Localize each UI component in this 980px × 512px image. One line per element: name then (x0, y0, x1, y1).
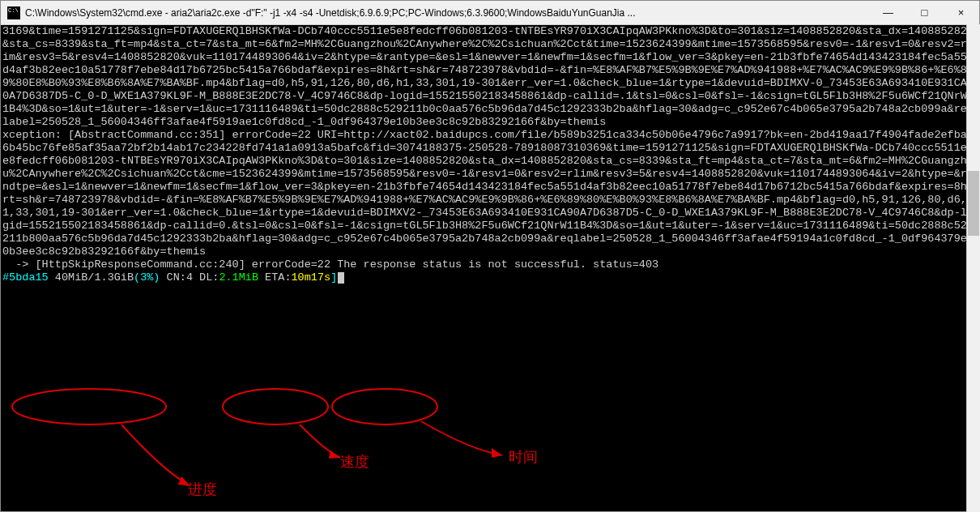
eta-label: ETA: (258, 271, 292, 284)
console-output: 3169&time=1591271125&sign=FDTAXUGERQlBHS… (2, 25, 978, 271)
annotation-time-label: 时间 (509, 447, 538, 467)
bracket-close: ] (330, 271, 337, 284)
annotation-progress-label: 进度 (188, 480, 217, 499)
vertical-scrollbar[interactable] (966, 24, 980, 512)
eta-value: 10m17s (292, 271, 331, 284)
maximize-button[interactable]: □ (906, 1, 943, 24)
progress-text: 40MiB/1.3GiB (55, 271, 134, 284)
annotation-speed-label: 速度 (340, 452, 369, 471)
cn-value: 4 (186, 271, 193, 284)
console-area[interactable]: 3169&time=1591271125&sign=FDTAXUGERQlBHS… (1, 25, 979, 511)
progress-percent: 3% (140, 271, 153, 284)
dl-label: DL: (193, 271, 219, 284)
scrollbar-thumb[interactable] (968, 171, 979, 236)
download-speed: 2.1MiB (219, 271, 258, 284)
cursor (338, 272, 344, 284)
cmd-icon (7, 6, 20, 19)
pct-open: ( (134, 271, 140, 284)
titlebar[interactable]: C:\Windows\System32\cmd.exe - aria2\aria… (1, 1, 979, 25)
close-button[interactable]: × (943, 1, 979, 24)
download-id: #5bda15 (2, 271, 49, 284)
cn-label: CN: (160, 271, 185, 284)
cmd-window: C:\Windows\System32\cmd.exe - aria2\aria… (0, 0, 980, 512)
window-controls: — □ × (870, 1, 979, 24)
status-line: #5bda15 40MiB/1.3GiB(3%) CN:4 DL:2.1MiB … (2, 271, 344, 284)
window-title: C:\Windows\System32\cmd.exe - aria2\aria… (25, 7, 870, 19)
minimize-button[interactable]: — (870, 1, 906, 24)
